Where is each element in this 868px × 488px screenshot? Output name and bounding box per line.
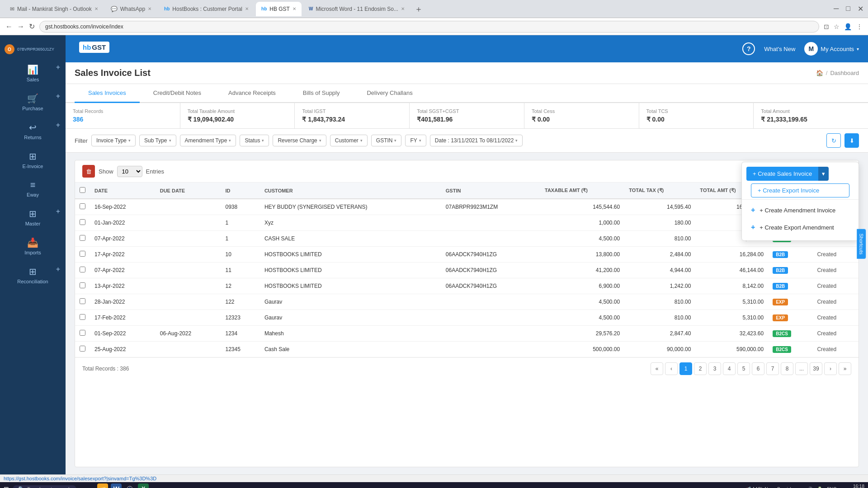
back-button[interactable]: ← [5,23,13,31]
breadcrumb-home-icon[interactable]: 🏠 [816,70,823,76]
taskbar-files[interactable]: 📁 [97,483,108,488]
table-row[interactable]: 25-Aug-2022 12345 Cash Sale 500,000.00 9… [75,342,859,357]
row-checkbox[interactable] [80,330,85,336]
page-39-button[interactable]: 39 [810,362,822,375]
row-checkbox[interactable] [80,314,85,320]
tab-whatsapp[interactable]: 💬 WhatsApp ✕ [105,2,157,16]
create-amendment-invoice-item[interactable]: + + Create Amendment Invoice [742,202,859,219]
taskbar-cortana[interactable]: ○ [84,483,94,488]
tab-close[interactable]: ✕ [292,6,296,11]
extensions-icon[interactable]: ⊡ [824,23,829,30]
create-export-invoice-button[interactable]: + Create Export Invoice [751,183,849,197]
create-sales-invoice-button[interactable]: + Create Sales Invoice [746,167,818,181]
forward-button[interactable]: → [17,23,24,31]
page-first-button[interactable]: « [651,362,663,375]
tab-close[interactable]: ✕ [148,6,151,11]
create-export-amendment-item[interactable]: + + Create Export Amendment [742,219,859,236]
url-bar[interactable] [39,21,819,33]
row-checkbox-cell[interactable] [75,199,90,215]
row-checkbox-cell[interactable] [75,247,90,263]
entries-select[interactable]: 10 25 50 100 [117,166,142,177]
tab-advance-receipts[interactable]: Advance Receipts [215,84,289,103]
table-row[interactable]: 07-Apr-2022 11 HOSTBOOKS LIMITED 06AADCK… [75,263,859,278]
row-checkbox[interactable] [80,235,85,241]
tab-bills-of-supply[interactable]: Bills of Supply [289,84,354,103]
sidebar-item-reconciliation[interactable]: ⊞ Reconciliation + [0,261,66,290]
row-checkbox[interactable] [80,282,85,288]
table-row[interactable]: 13-Apr-2022 12 HOSTBOOKS LIMITED 06AADCK… [75,278,859,294]
tab-word[interactable]: W Microsoft Word - 11 Endosim So... ✕ [303,2,410,16]
reconciliation-add-icon[interactable]: + [56,265,60,273]
row-checkbox-cell[interactable] [75,342,90,357]
row-checkbox-cell[interactable] [75,326,90,342]
filter-status[interactable]: Status ▾ [240,135,269,146]
page-last-button[interactable]: » [839,362,851,375]
page-prev-button[interactable]: ‹ [665,362,678,375]
filter-reverse-charge[interactable]: Reverse Charge ▾ [273,135,326,146]
profile-icon[interactable]: 👤 [844,23,852,30]
row-checkbox[interactable] [80,346,85,352]
page-2-button[interactable]: 2 [694,362,707,375]
row-checkbox-cell[interactable] [75,310,90,326]
filter-gstin[interactable]: GSTIN ▾ [371,135,402,146]
page-3-button[interactable]: 3 [708,362,721,375]
tab-credit-debit[interactable]: Credit/Debit Notes [140,84,215,103]
refresh-button[interactable]: ↻ [826,133,841,148]
page-4-button[interactable]: 4 [723,362,736,375]
more-icon[interactable]: ⋮ [856,23,863,30]
shortcuts-tab[interactable]: Shortcuts [857,229,866,259]
close-icon[interactable]: ✕ [858,5,863,13]
tab-close[interactable]: ✕ [245,6,249,11]
whats-new-link[interactable]: What's New [764,46,795,52]
taskbar-chrome[interactable] [124,483,135,488]
page-6-button[interactable]: 6 [752,362,764,375]
help-button[interactable]: ? [742,42,755,55]
row-checkbox-cell[interactable] [75,215,90,231]
my-accounts-menu[interactable]: M My Accounts ▾ [804,42,859,56]
download-button[interactable]: ⬇ [844,133,859,148]
bookmark-icon[interactable]: ☆ [834,23,840,30]
reload-button[interactable]: ↻ [29,22,35,31]
maximize-icon[interactable]: □ [846,5,850,13]
select-all-checkbox[interactable] [80,187,85,193]
filter-amendment-type[interactable]: Amendment Type ▾ [180,135,236,146]
taskbar-word[interactable]: W [111,483,122,488]
page-1-button[interactable]: 1 [679,362,692,375]
filter-invoice-type[interactable]: Invoice Type ▾ [91,135,136,146]
row-checkbox-cell[interactable] [75,294,90,310]
sales-add-icon[interactable]: + [56,63,60,71]
filter-fy[interactable]: FY ▾ [405,135,426,146]
sidebar-item-einvoice[interactable]: ⊞ E-Invoice [0,145,66,174]
sidebar-item-purchase[interactable]: 🛒 Purchase + [0,88,66,117]
new-tab-button[interactable]: ＋ [412,4,425,14]
windows-start-button[interactable]: ⊞ [4,485,9,488]
row-checkbox-cell[interactable] [75,263,90,278]
tab-hostbooks[interactable]: hb HostBooks : Customer Portal ✕ [159,2,254,16]
sidebar-item-returns[interactable]: ↩ Returns + [0,117,66,145]
returns-add-icon[interactable]: + [56,121,60,129]
table-row[interactable]: 17-Feb-2022 12323 Gaurav 4,500.00 810.00… [75,310,859,326]
sidebar-item-master[interactable]: ⊞ Master + [0,203,66,232]
page-5-button[interactable]: 5 [737,362,750,375]
row-checkbox-cell[interactable] [75,278,90,294]
row-checkbox[interactable] [80,219,85,225]
tab-delivery-challans[interactable]: Delivery Challans [353,84,426,103]
row-checkbox[interactable] [80,203,85,209]
page-7-button[interactable]: 7 [766,362,779,375]
page-8-button[interactable]: 8 [781,362,793,375]
sidebar-item-imports[interactable]: 📥 Imports [0,232,66,261]
minimize-icon[interactable]: ─ [834,5,839,13]
tab-close[interactable]: ✕ [94,6,98,11]
taskbar-search[interactable]: 🔍 Type here to search [13,485,76,488]
page-next-button[interactable]: › [824,362,837,375]
sidebar-item-sales[interactable]: 📊 Sales + [0,59,66,88]
row-checkbox[interactable] [80,298,85,304]
sidebar-item-eway[interactable]: ≡ Eway [0,174,66,203]
tab-outlook[interactable]: ✉ Mail - Mankirat Singh - Outlook ✕ [5,2,104,16]
tab-sales-invoices[interactable]: Sales Invoices [75,84,140,103]
filter-sub-type[interactable]: Sub Type ▾ [139,135,176,146]
taskbar-notification-icon[interactable]: 📢 AAPL News Bearish [745,487,793,488]
table-row[interactable]: 28-Jan-2022 122 Gaurav 4,500.00 810.00 5… [75,294,859,310]
filter-date[interactable]: Date : 13/11/2021 To 08/11/2022 ▾ [430,135,523,146]
select-all-header[interactable] [75,183,90,199]
